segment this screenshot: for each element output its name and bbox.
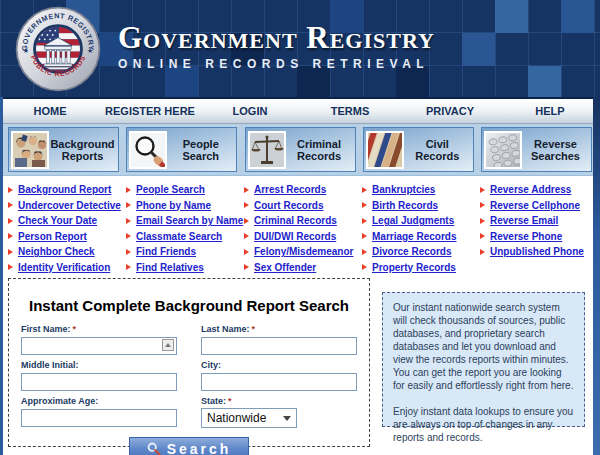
category-criminal-records[interactable]: Criminal Records [245, 127, 356, 172]
link-arrest-records[interactable]: Arrest Records [244, 184, 356, 195]
category-label: Civil Records [404, 138, 471, 162]
link-arrow-icon [362, 249, 367, 255]
link-reverse-email[interactable]: Reverse Email [480, 215, 592, 226]
link-arrow-icon [126, 264, 131, 270]
info-paragraph: Our instant nationwide search system wil… [393, 301, 574, 392]
link-arrow-icon [126, 218, 131, 224]
link-find-friends[interactable]: Find Friends [126, 246, 238, 257]
link-arrow-icon [480, 218, 485, 224]
link-felony-misdemeanor[interactable]: Felony/Misdemeanor [244, 246, 356, 257]
link-court-records[interactable]: Court Records [244, 200, 356, 211]
link-arrow-icon [8, 187, 13, 193]
category-label: Background Reports [49, 138, 116, 162]
link-arrow-icon [126, 233, 131, 239]
page-left-border [0, 97, 3, 455]
state-label: State:* [201, 396, 357, 406]
link-classmate-search[interactable]: Classmate Search [126, 231, 238, 242]
site-subtitle: ONLINE RECORDS RETRIEVAL [118, 57, 435, 71]
link-bankruptcies[interactable]: Bankruptcies [362, 184, 474, 195]
last-name-field: Last Name:* [201, 324, 357, 355]
nav-item-help[interactable]: HELP [500, 99, 600, 123]
link-reverse-cellphone[interactable]: Reverse Cellphone [480, 200, 592, 211]
state-select[interactable]: Nationwide [201, 408, 297, 428]
link-marriage-records[interactable]: Marriage Records [362, 231, 474, 242]
link-unpublished-phone[interactable]: Unpublished Phone [480, 246, 592, 257]
middle-initial-field: Middle Initial: [21, 360, 177, 391]
link-reverse-address[interactable]: Reverse Address [480, 184, 592, 195]
seal-star-right-icon: ★ [87, 47, 93, 54]
link-email-search-by-name[interactable]: Email Search by Name [126, 215, 238, 226]
link-identity-verification[interactable]: Identity Verification [8, 262, 120, 273]
link-arrow-icon [8, 202, 13, 208]
category-label: Criminal Records [286, 138, 353, 162]
page-right-border [593, 97, 600, 455]
required-marker: * [252, 324, 256, 334]
link-birth-records[interactable]: Birth Records [362, 200, 474, 211]
quick-links: Background Report Undercover Detective C… [0, 176, 600, 276]
link-arrow-icon [362, 233, 367, 239]
category-band: Background Reports People Search [0, 124, 600, 176]
nav-item-home[interactable]: HOME [0, 99, 100, 123]
link-property-records[interactable]: Property Records [362, 262, 474, 273]
link-background-report[interactable]: Background Report [8, 184, 120, 195]
chevron-down-icon [283, 416, 291, 421]
link-arrow-icon [8, 218, 13, 224]
required-marker: * [73, 324, 77, 334]
middle-initial-input[interactable] [21, 373, 177, 391]
link-arrow-icon [362, 202, 367, 208]
magnifying-glass-photo [129, 131, 167, 169]
category-background-reports[interactable]: Background Reports [8, 127, 119, 172]
link-column-civil-records: Bankruptcies Birth Records Legal Judgmen… [362, 184, 474, 276]
link-phone-by-name[interactable]: Phone by Name [126, 200, 238, 211]
link-legal-judgments[interactable]: Legal Judgments [362, 215, 474, 226]
category-people-search[interactable]: People Search [126, 127, 237, 172]
government-registry-page: GOVERNMENT REGISTRY PUBLIC RECORDS ★ ★ G… [0, 0, 600, 455]
nav-item-terms[interactable]: TERMS [300, 99, 400, 123]
colored-pencils-photo [366, 131, 404, 169]
link-undercover-detective[interactable]: Undercover Detective [8, 200, 120, 211]
link-arrow-icon [244, 218, 249, 224]
link-arrow-icon [362, 187, 367, 193]
nav-item-privacy[interactable]: PRIVACY [400, 99, 500, 123]
link-arrow-icon [8, 233, 13, 239]
link-find-relatives[interactable]: Find Relatives [126, 262, 238, 273]
mosaic-square [462, 33, 495, 66]
link-check-your-date[interactable]: Check Your Date [8, 215, 120, 226]
category-label: Reverse Searches [522, 138, 589, 162]
link-sex-offender[interactable]: Sex Offender [244, 262, 356, 273]
link-arrow-icon [480, 233, 485, 239]
link-arrow-icon [244, 264, 249, 270]
category-civil-records[interactable]: Civil Records [363, 127, 474, 172]
link-dui-dwi-records[interactable]: DUI/DWI Records [244, 231, 356, 242]
nav-item-login[interactable]: LOGIN [200, 99, 300, 123]
mosaic-square [528, 66, 561, 97]
link-criminal-records[interactable]: Criminal Records [244, 215, 356, 226]
phone-keypad-photo [484, 131, 522, 169]
autofill-icon[interactable] [162, 339, 174, 351]
category-label: People Search [167, 138, 234, 162]
middle-initial-label: Middle Initial: [21, 360, 177, 370]
people-crowd-photo [11, 131, 49, 169]
link-divorce-records[interactable]: Divorce Records [362, 246, 474, 257]
category-reverse-searches[interactable]: Reverse Searches [481, 127, 592, 172]
nav-item-register-here[interactable]: REGISTER HERE [100, 99, 200, 123]
info-paragraph: Enjoy instant data lookups to ensure you… [393, 405, 574, 444]
last-name-label: Last Name:* [201, 324, 357, 334]
link-arrow-icon [362, 218, 367, 224]
government-registry-seal-logo: GOVERNMENT REGISTRY PUBLIC RECORDS ★ ★ [14, 5, 102, 93]
link-people-search[interactable]: People Search [126, 184, 238, 195]
link-column-background-reports: Background Report Undercover Detective C… [8, 184, 120, 276]
link-person-report[interactable]: Person Report [8, 231, 120, 242]
first-name-input[interactable] [21, 337, 177, 355]
city-input[interactable] [201, 373, 357, 391]
seal-star-left-icon: ★ [23, 47, 29, 54]
approximate-age-label: Approximate Age: [21, 396, 177, 406]
mosaic-square [561, 0, 594, 33]
search-button-label: Search [167, 441, 232, 455]
search-button[interactable]: Search [129, 437, 249, 455]
approximate-age-input[interactable] [21, 409, 177, 427]
link-reverse-phone[interactable]: Reverse Phone [480, 231, 592, 242]
first-name-label: First Name:* [21, 324, 177, 334]
last-name-input[interactable] [201, 337, 357, 355]
link-neighbor-check[interactable]: Neighbor Check [8, 246, 120, 257]
